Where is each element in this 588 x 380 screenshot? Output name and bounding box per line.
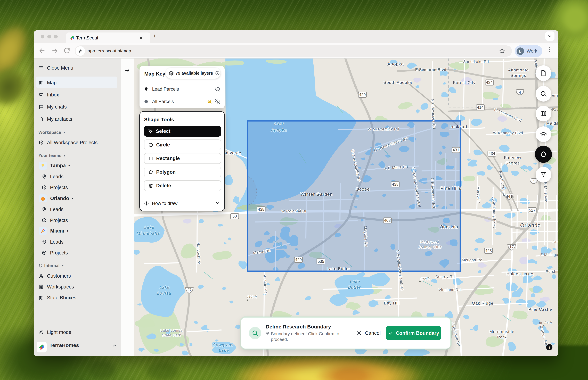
svg-text:Fairview: Fairview [504,155,521,160]
svg-text:E Michigan: E Michigan [540,253,558,257]
svg-text:Metrowest: Metrowest [420,240,439,244]
svg-text:Conroy Rd: Conroy Rd [435,275,455,279]
svg-text:431: 431 [453,148,459,152]
svg-text:Minnehaha: Minnehaha [137,231,160,236]
svg-text:434: 434 [489,152,495,156]
svg-text:27: 27 [187,288,191,292]
svg-text:Orlovista: Orlovista [440,225,458,229]
svg-text:Holden Lakes: Holden Lakes [507,271,534,276]
svg-text:4: 4 [519,90,521,95]
svg-text:Forest City: Forest City [453,80,476,85]
svg-text:17: 17 [509,245,514,249]
svg-text:Lake Louisa: Lake Louisa [160,328,183,333]
svg-text:Lake Butler: Lake Butler [327,266,350,271]
svg-text:ern: ern [552,93,558,97]
svg-text:Altamonte: Altamonte [508,68,529,72]
svg-text:Orlando: Orlando [520,222,541,228]
svg-text:Lake: Lake [219,348,229,353]
svg-text:McLeod Rd: McLeod Rd [462,258,482,262]
svg-text:W Kennedy Blvd: W Kennedy Blvd [493,131,523,135]
svg-text:Bay Hill: Bay Hill [384,301,400,305]
svg-text:Vineland Rd: Vineland Rd [439,288,461,292]
svg-text:Cu: Cu [552,240,558,244]
svg-text:Hancock Rd: Hancock Rd [196,242,201,265]
svg-text:Butler: Butler [348,285,361,289]
svg-text:4: 4 [533,179,535,183]
svg-text:Oak Ridge: Oak Ridge [472,301,493,305]
svg-text:535: 535 [318,259,324,264]
svg-text:Ocoee: Ocoee [356,187,370,192]
svg-text:527: 527 [529,208,535,212]
svg-text:Shores: Shores [505,161,520,165]
svg-text:Pershin: Pershin [546,269,558,274]
svg-text:434: 434 [486,80,493,85]
svg-text:Lockhart: Lockhart [450,124,467,129]
svg-text:208 ft: 208 ft [247,295,257,299]
svg-text:E Semoran Blvd: E Semoran Blvd [415,68,446,72]
svg-text:South Apopka: South Apopka [383,80,412,85]
svg-text:Lake: Lake [350,279,360,284]
svg-text:438: 438 [392,182,398,187]
svg-text:Springs: Springs [511,73,526,78]
svg-text:Country Club: Country Club [418,245,442,249]
svg-text:-92 ft: -92 ft [550,107,558,112]
svg-text:Maitland: Maitland [546,121,558,126]
svg-text:Louisa: Louisa [157,291,171,295]
svg-text:Pine Hills: Pine Hills [440,186,461,191]
svg-text:Park: Park [497,335,507,339]
svg-text:N Mills Ave: N Mills Ave [543,182,548,202]
svg-text:94 ft: 94 ft [544,321,552,325]
svg-text:W Colonial Dr: W Colonial Dr [281,209,307,213]
svg-text:175 ft: 175 ft [420,277,430,281]
svg-text:Lake: Lake [144,225,154,230]
svg-text:Apopka: Apopka [387,61,404,67]
svg-text:408: 408 [384,218,391,223]
svg-text:Apopka: Apopka [271,128,287,132]
svg-text:429: 429 [359,93,366,97]
svg-text:414: 414 [477,105,484,110]
svg-text:Sawgrass: Sawgrass [213,342,233,347]
svg-text:423: 423 [485,248,492,253]
svg-text:Maguire Rd: Maguire Rd [363,226,368,247]
svg-text:Lake: Lake [274,121,285,126]
svg-text:Winter Garden: Winter Garden [301,192,333,197]
svg-text:Mercy Dr: Mercy Dr [476,187,481,203]
svg-text:W McCormick Rd: W McCormick Rd [368,127,399,131]
svg-text:Lake: Lake [160,285,170,290]
svg-text:State Park: State Park [162,333,181,337]
svg-text:Sand Lake Rd: Sand Lake Rd [463,59,489,64]
svg-text:Morningside: Morningside [489,329,514,334]
svg-text:50: 50 [232,214,237,218]
svg-text:Pine Castle: Pine Castle [528,307,552,312]
svg-text:438: 438 [258,207,265,212]
svg-text:429: 429 [295,258,302,262]
